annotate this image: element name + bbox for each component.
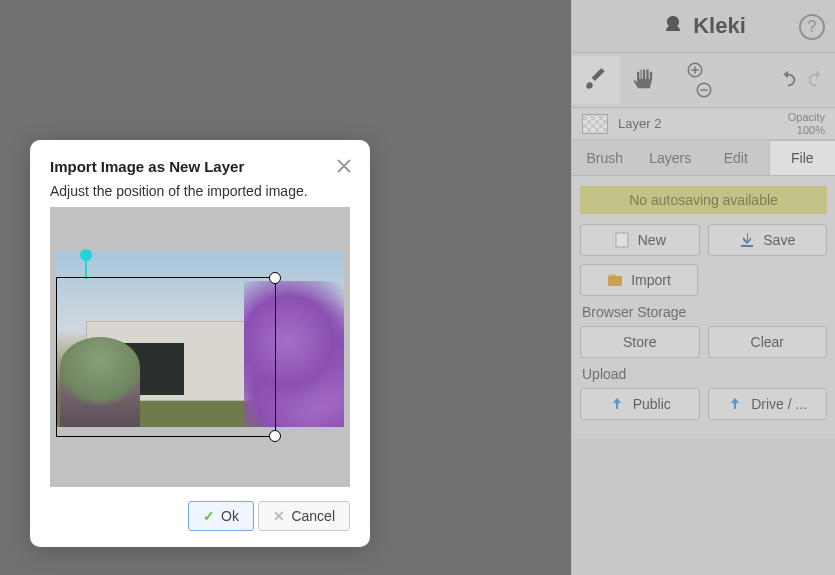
layer-thumbnail: [582, 114, 608, 134]
download-icon: [739, 233, 755, 247]
undo-icon[interactable]: [777, 69, 799, 91]
zoom-tool-group: [668, 61, 722, 99]
tabs: Brush Layers Edit File: [572, 140, 835, 176]
undo-redo-group: [775, 69, 835, 91]
file-panel: No autosaving available New Save Import …: [572, 176, 835, 438]
upload-drive-button[interactable]: Drive / ...: [708, 388, 828, 420]
brush-tool[interactable]: [572, 56, 620, 104]
save-label: Save: [763, 232, 795, 248]
close-icon: [336, 158, 352, 174]
import-button[interactable]: Import: [580, 264, 698, 296]
zoom-out-icon[interactable]: [695, 81, 713, 99]
rotate-handle[interactable]: [80, 249, 92, 261]
help-button[interactable]: ?: [799, 14, 825, 40]
hand-icon: [630, 66, 658, 94]
close-button[interactable]: [332, 154, 356, 178]
toolbar: [572, 52, 835, 108]
image-preview[interactable]: [50, 207, 350, 487]
tab-layers[interactable]: Layers: [638, 140, 704, 175]
ok-button[interactable]: ✓ Ok: [188, 501, 254, 531]
hand-tool[interactable]: [620, 56, 668, 104]
cancel-button[interactable]: ✕ Cancel: [258, 501, 350, 531]
new-doc-icon: [614, 232, 630, 248]
check-icon: ✓: [203, 508, 215, 524]
ok-label: Ok: [221, 508, 239, 524]
clear-label: Clear: [751, 334, 784, 350]
tab-file[interactable]: File: [769, 140, 836, 175]
cancel-label: Cancel: [291, 508, 335, 524]
zoom-in-icon[interactable]: [686, 61, 704, 79]
upload-icon: [609, 398, 625, 410]
tab-edit[interactable]: Edit: [703, 140, 769, 175]
resize-handle-br[interactable]: [269, 430, 281, 442]
transform-box[interactable]: [56, 277, 276, 437]
new-label: New: [638, 232, 666, 248]
x-icon: ✕: [273, 508, 285, 524]
tab-brush[interactable]: Brush: [572, 140, 638, 175]
new-button[interactable]: New: [580, 224, 700, 256]
layer-opacity: Opacity 100%: [788, 111, 825, 135]
import-modal: Import Image as New Layer Adjust the pos…: [30, 140, 370, 547]
store-button[interactable]: Store: [580, 326, 700, 358]
app-name: Kleki: [693, 13, 746, 39]
kleki-logo-icon: [661, 14, 685, 38]
logo-row: Kleki ?: [572, 0, 835, 52]
redo-icon[interactable]: [805, 69, 827, 91]
drive-label: Drive / ...: [751, 396, 807, 412]
layer-name: Layer 2: [618, 116, 661, 131]
svg-rect-2: [616, 233, 628, 247]
upload-public-button[interactable]: Public: [580, 388, 700, 420]
upload-icon: [727, 398, 743, 410]
resize-handle-tr[interactable]: [269, 272, 281, 284]
modal-subtitle: Adjust the position of the imported imag…: [50, 183, 350, 199]
current-layer-row[interactable]: Layer 2 Opacity 100%: [572, 108, 835, 140]
modal-buttons: ✓ Ok ✕ Cancel: [50, 501, 350, 531]
store-label: Store: [623, 334, 656, 350]
clear-button[interactable]: Clear: [708, 326, 828, 358]
sidebar: Kleki ? Layer 2 Opacity 100% Brush Layer…: [571, 0, 835, 575]
import-icon: [607, 273, 623, 287]
modal-title: Import Image as New Layer: [50, 158, 350, 175]
browser-storage-label: Browser Storage: [582, 304, 827, 320]
autosave-banner: No autosaving available: [580, 186, 827, 214]
save-button[interactable]: Save: [708, 224, 828, 256]
upload-label: Upload: [582, 366, 827, 382]
opacity-value: 100%: [788, 124, 825, 136]
help-icon: ?: [808, 18, 817, 36]
import-label: Import: [631, 272, 671, 288]
public-label: Public: [633, 396, 671, 412]
brush-icon: [583, 67, 609, 93]
opacity-label: Opacity: [788, 111, 825, 123]
